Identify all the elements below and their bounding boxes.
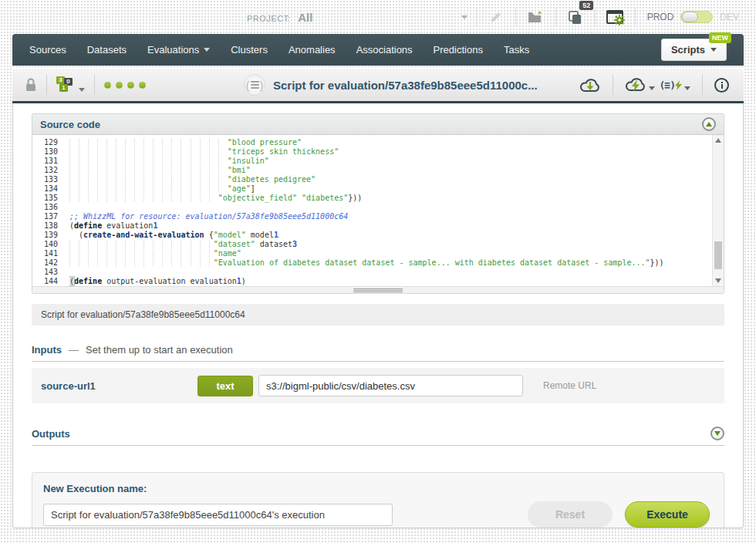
code-line: (define evaluation1 [69, 221, 711, 231]
nav-item-datasets[interactable]: Datasets [87, 44, 127, 56]
inputs-title: Inputs [32, 344, 62, 356]
script-glyph-icon: (≡) [660, 79, 675, 91]
divider [702, 75, 703, 95]
chevron-down-icon [684, 86, 690, 90]
prod-label: PROD [647, 12, 674, 22]
edit-project-button[interactable] [485, 6, 508, 28]
code-line: "insulin" [69, 157, 711, 166]
chevron-up-icon [706, 122, 712, 126]
expand-outputs-button[interactable] [710, 427, 724, 440]
code-line: "dataset" dataset3 [69, 240, 711, 249]
source-url-input[interactable] [258, 375, 523, 396]
dev-label: DEV [720, 12, 739, 22]
divider [613, 75, 613, 95]
line-number: 144 [32, 277, 58, 286]
nav-item-sources[interactable]: Sources [29, 44, 66, 56]
nav-item-clusters[interactable]: Clusters [231, 44, 268, 56]
svg-text:+: + [538, 11, 542, 17]
download-button[interactable] [577, 77, 603, 93]
line-number: 132 [32, 166, 58, 175]
script-execute-menu[interactable]: (≡) [657, 79, 693, 91]
step-dot[interactable] [104, 82, 111, 89]
execution-row: Reset Execute [43, 501, 713, 528]
nav-item-associations[interactable]: Associations [356, 44, 413, 56]
input-name: source-url1 [41, 380, 197, 392]
project-select[interactable]: PROJECT: All [247, 11, 467, 24]
environment-toggle: PROD DEV [647, 11, 739, 23]
outputs-title: Outputs [32, 428, 70, 440]
pencil-icon [490, 11, 502, 23]
line-number: 131 [32, 157, 58, 166]
resource-counter-menu[interactable]: 3 0 1 [56, 76, 85, 93]
lock-icon[interactable] [25, 77, 37, 93]
editor-resize-handle[interactable] [32, 286, 724, 293]
divider [635, 8, 636, 25]
chevron-down-icon [79, 88, 85, 92]
dash: — [69, 344, 79, 356]
step-dot[interactable] [127, 82, 134, 89]
scrollbar-thumb[interactable] [714, 241, 722, 269]
code-vertical-scrollbar[interactable] [712, 135, 724, 286]
chevron-down-icon [649, 86, 655, 90]
line-number: 129 [32, 138, 58, 147]
tasks-queue-button[interactable]: 52 [565, 6, 587, 28]
cloud-execute-menu[interactable] [623, 77, 657, 93]
source-code-title: Source code [40, 119, 100, 130]
line-number: 138 [32, 221, 58, 231]
code-gutter: 1291301311321331341351361371381391401411… [32, 138, 69, 286]
execution-panel: New Execution name: Reset Execute [32, 472, 724, 528]
prod-dev-switch[interactable] [680, 11, 713, 23]
source-code-panel: Source code 1291301311321331341351361371… [32, 113, 724, 294]
code-line: "blood pressure" [69, 138, 711, 147]
code-line: (create-and-wait-evaluation {"model" mod… [69, 231, 711, 240]
inputs-subtitle: Set them up to start an execution [86, 344, 233, 356]
nav-item-predictions[interactable]: Predictions [434, 44, 483, 56]
settings-button[interactable] [604, 6, 626, 28]
main-nav: Sources Datasets Evaluations Clusters An… [12, 34, 744, 66]
input-type-button[interactable]: text [197, 376, 253, 396]
line-number: 143 [32, 268, 58, 277]
line-number: 140 [32, 240, 58, 249]
collapse-source-button[interactable] [702, 117, 716, 131]
code-editor[interactable]: 1291301311321331341351361371381391401411… [32, 135, 724, 286]
code-line: "objective_field" "diabetes"})) [69, 194, 711, 203]
scripts-button[interactable]: Scripts NEW [661, 39, 727, 61]
code-line [69, 268, 711, 277]
execution-name-label: New Execution name: [43, 483, 713, 494]
divider [476, 8, 477, 25]
outputs-header: Outputs [32, 427, 724, 446]
page-title: Script for evaluation/57a38fe9b85eee5d11… [273, 79, 538, 92]
scroll-up-arrow[interactable] [715, 138, 721, 143]
step-dot[interactable] [116, 82, 123, 89]
inputs-header: Inputs — Set them up to start an executi… [32, 344, 724, 362]
project-label: PROJECT: [247, 14, 291, 23]
scroll-down-arrow[interactable] [715, 278, 721, 283]
cloud-lightning-icon [625, 77, 646, 93]
divider [46, 75, 47, 95]
code-line: "age"] [69, 184, 711, 194]
resource-title-group: () Script for evaluation/57a38fe9b85eee5… [244, 74, 538, 96]
nav-item-tasks[interactable]: Tasks [504, 44, 529, 56]
nav-item-evaluations[interactable]: Evaluations [147, 44, 210, 56]
counter-badge: 1 [59, 84, 68, 92]
info-button[interactable] [712, 78, 731, 93]
chevron-down-icon [714, 431, 721, 436]
step-dot[interactable] [139, 82, 146, 89]
reset-button[interactable]: Reset [528, 501, 613, 528]
info-icon [714, 78, 729, 93]
remote-url-hint: Remote URL [543, 380, 596, 391]
script-description: Script for evaluation/57a38fe9b85eee5d11… [32, 304, 724, 325]
execution-name-input[interactable] [43, 504, 393, 526]
new-project-button[interactable]: + [525, 6, 547, 28]
code-line: (define output-evaluation evaluation1) [69, 277, 711, 286]
code-line: "Evaluation of diabetes dataset dataset … [69, 258, 711, 268]
top-header: PROJECT: All + 52 [0, 0, 756, 34]
cloud-download-icon [579, 77, 601, 93]
input-row: source-url1 text Remote URL [32, 368, 724, 403]
nav-item-anomalies[interactable]: Anomalies [289, 44, 336, 56]
new-badge: NEW [709, 32, 731, 43]
code-line [69, 203, 711, 212]
divider [595, 8, 596, 25]
execute-button[interactable]: Execute [625, 501, 710, 528]
divider [555, 8, 556, 25]
